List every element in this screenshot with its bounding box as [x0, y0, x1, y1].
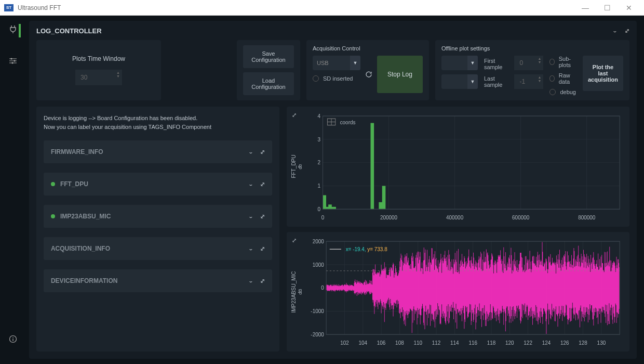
svg-text:4: 4 [318, 112, 321, 119]
spinner-arrows-icon[interactable]: ▲▼ [116, 71, 120, 78]
plots-time-input[interactable]: 30 ▲▼ [75, 70, 122, 85]
expand-icon[interactable]: ⤢ [260, 278, 265, 284]
svg-text:0: 0 [321, 214, 325, 221]
svg-text:128: 128 [579, 339, 587, 346]
svg-text:coords: coords [340, 119, 356, 126]
svg-text:x= -19.4, y= 733.8: x= -19.4, y= 733.8 [346, 245, 387, 252]
plots-time-label: Plots Time Window [72, 55, 125, 62]
subplots-radio[interactable] [549, 59, 554, 65]
expand-icon[interactable]: ⤢ [625, 28, 629, 35]
svg-text:3: 3 [318, 136, 321, 142]
plot-last-button[interactable]: Plot the last acquisition [583, 56, 623, 91]
config-card: Save Configuration Load Configuration [237, 40, 300, 100]
rawdata-label: Raw data [559, 72, 576, 85]
chevron-down-icon[interactable]: ⌄ [612, 29, 618, 33]
plots-time-card: Plots Time Window 30 ▲▼ [36, 40, 161, 100]
svg-text:112: 112 [432, 339, 441, 346]
svg-rect-31 [323, 207, 336, 209]
chart1-plot[interactable]: 012340200000400000600000800000coords [303, 111, 624, 223]
save-config-button[interactable]: Save Configuration [243, 45, 294, 68]
svg-text:124: 124 [542, 339, 551, 346]
svg-rect-5 [12, 339, 13, 341]
load-config-button[interactable]: Load Configuration [243, 72, 294, 95]
status-dot-icon [51, 214, 55, 218]
svg-point-1 [14, 60, 15, 62]
acq-title: Acquisition Control [313, 45, 423, 51]
chart1-name: FFT_DPU [290, 111, 297, 223]
last-sample-label: Last sample [484, 75, 508, 88]
accordion-firmware-info[interactable]: FIRMWARE_INFO ⌄⤢ [44, 140, 272, 163]
sd-radio[interactable] [313, 75, 319, 82]
sliders-icon[interactable] [9, 57, 17, 67]
spinner-arrows-icon[interactable]: ▲▼ [538, 57, 541, 64]
accordion-device-info[interactable]: DEVICEINFORMATION ⌄⤢ [44, 269, 272, 292]
svg-text:2000: 2000 [313, 238, 324, 244]
debug-radio[interactable] [549, 89, 556, 95]
svg-point-2 [11, 62, 13, 64]
svg-text:116: 116 [468, 339, 477, 346]
svg-text:114: 114 [450, 339, 459, 346]
chart1-ylabel: db [297, 111, 303, 223]
svg-rect-30 [382, 186, 386, 209]
logging-info-text: Device is logging --> Board Configuratio… [44, 114, 272, 131]
offline-select-2[interactable]: ▼ [441, 74, 478, 89]
chevron-down-icon: ▼ [350, 56, 360, 70]
info-icon[interactable] [9, 335, 17, 345]
svg-text:126: 126 [560, 339, 569, 346]
svg-text:106: 106 [377, 339, 386, 346]
active-indicator [19, 24, 21, 37]
minimize-button[interactable]: — [574, 1, 596, 15]
offline-title: Offline plot settings [441, 45, 623, 51]
chart-mic: ⤢ IMP23ABSU_MIC dB -2000-100001000200010… [287, 232, 629, 352]
offline-select-1[interactable]: ▼ [441, 56, 478, 70]
refresh-icon[interactable] [365, 56, 373, 93]
expand-icon[interactable]: ⤢ [260, 245, 265, 252]
first-sample-input[interactable]: 0▲▼ [514, 56, 543, 70]
svg-text:800000: 800000 [578, 214, 595, 221]
rawdata-radio[interactable] [549, 75, 554, 82]
accordion-acq-info[interactable]: ACQUISITION_INFO ⌄⤢ [44, 237, 272, 260]
chart2-plot[interactable]: -2000-1000010002000102104106108110112114… [303, 236, 624, 348]
svg-text:1: 1 [318, 183, 321, 189]
svg-text:122: 122 [524, 339, 532, 346]
expand-icon[interactable]: ⤢ [260, 213, 265, 220]
first-sample-label: First sample [484, 58, 508, 70]
sd-label: SD inserted [323, 75, 353, 82]
svg-text:400000: 400000 [446, 214, 463, 221]
spinner-arrows-icon[interactable]: ▲▼ [538, 75, 541, 83]
chart2-name: IMP23ABSU_MIC [290, 236, 297, 348]
close-button[interactable]: ✕ [618, 1, 640, 15]
debug-label: debug [560, 89, 576, 95]
svg-text:-2000: -2000 [311, 331, 324, 337]
maximize-button[interactable]: ☐ [596, 1, 618, 15]
svg-text:0: 0 [318, 205, 321, 212]
chevron-down-icon: ⌄ [248, 182, 253, 186]
svg-point-0 [10, 58, 12, 60]
chart-fft-dpu: ⤢ FFT_DPU db 012340200000400000600000800… [287, 107, 629, 227]
svg-text:110: 110 [413, 339, 422, 346]
stop-log-button[interactable]: Stop Log [377, 56, 423, 93]
svg-text:104: 104 [358, 339, 367, 346]
accordion-fft-dpu[interactable]: FFT_DPU ⌄⤢ [44, 173, 272, 196]
svg-rect-28 [370, 123, 374, 210]
expand-icon[interactable]: ⤢ [260, 149, 265, 155]
plug-icon[interactable] [9, 25, 17, 35]
panel-title: LOG_CONTROLLER [36, 27, 102, 35]
left-rail [0, 16, 26, 364]
svg-text:118: 118 [487, 339, 496, 346]
log-controller-panel: LOG_CONTROLLER ⌄ ⤢ Plots Time Window 30 … [29, 21, 637, 359]
chevron-down-icon: ⌄ [248, 150, 253, 154]
accordion-mic[interactable]: IMP23ABSU_MIC ⌄⤢ [44, 205, 272, 228]
chevron-down-icon: ⌄ [248, 279, 253, 283]
interface-select[interactable]: USB▼ [313, 56, 360, 70]
svg-text:102: 102 [340, 339, 349, 346]
chevron-down-icon: ▼ [467, 74, 478, 89]
chart2-ylabel: dB [297, 236, 303, 348]
svg-text:1000: 1000 [313, 261, 324, 268]
window-title: Ultrasound FFT [18, 4, 574, 11]
component-list: Device is logging --> Board Configuratio… [36, 107, 279, 352]
st-logo: ST [4, 4, 14, 11]
svg-text:0: 0 [321, 284, 324, 291]
last-sample-input[interactable]: -1▲▼ [514, 74, 543, 89]
expand-icon[interactable]: ⤢ [260, 181, 265, 188]
